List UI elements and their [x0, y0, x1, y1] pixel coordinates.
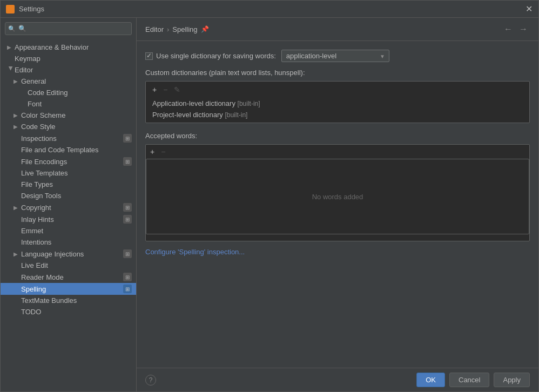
dict-item-tag: [built-in] [238, 100, 260, 107]
sidebar-item-label: Code Style [21, 123, 132, 131]
sidebar-item-label: Language Injections [21, 250, 84, 258]
app-icon [6, 5, 15, 13]
accepted-words-section: + − No words added [145, 144, 530, 241]
sidebar-item-label: Emmet [21, 227, 132, 235]
nav-tree: ▶ Appearance & Behavior Keymap ▶ Editor … [1, 39, 136, 391]
arrow-icon [14, 298, 21, 303]
sidebar-item-editor[interactable]: ▶ Editor [1, 64, 136, 76]
panel-body: Use single dictionary for saving words: … [137, 41, 538, 368]
sidebar-item-file-code-templates[interactable]: File and Code Templates [1, 144, 136, 156]
arrow-icon: ▶ [14, 112, 21, 118]
arrow-icon: ▶ [7, 44, 15, 50]
back-button[interactable]: ← [502, 23, 515, 35]
breadcrumb-current: Spelling [172, 25, 197, 33]
arrow-icon [14, 136, 21, 141]
main-content: 🔍 ▶ Appearance & Behavior Keymap ▶ Edito… [1, 18, 538, 391]
sidebar-item-textmate-bundles[interactable]: TextMate Bundles [1, 295, 136, 306]
sidebar-item-label: Font [28, 100, 132, 108]
arrow-icon [14, 239, 21, 245]
sidebar-item-general[interactable]: ▶ General [1, 76, 136, 87]
sidebar-item-design-tools[interactable]: Design Tools [1, 190, 136, 201]
sidebar-item-live-templates[interactable]: Live Templates [1, 167, 136, 179]
sidebar-item-live-edit[interactable]: Live Edit [1, 260, 136, 271]
arrow-icon [14, 309, 21, 315]
sidebar-item-inspections[interactable]: Inspections ⊞ [1, 132, 136, 144]
sidebar-item-label: TODO [21, 308, 132, 316]
sidebar-item-color-scheme[interactable]: ▶ Color Scheme [1, 110, 136, 121]
sidebar-item-label: Inlay Hints [21, 215, 54, 224]
arrow-icon [14, 262, 21, 268]
help-button[interactable]: ? [145, 375, 156, 386]
no-words-text: No words added [312, 193, 363, 201]
badge-icon: ⊞ [123, 249, 132, 258]
configure-inspection-link[interactable]: Configure 'Spelling' inspection... [145, 248, 245, 256]
sidebar-item-label: Editor [15, 66, 132, 74]
words-toolbar: + − [146, 145, 529, 159]
sidebar-item-label: TextMate Bundles [21, 296, 132, 305]
sidebar-item-label: Copyright [21, 204, 51, 212]
sidebar-item-label: Appearance & Behavior [15, 43, 132, 51]
sidebar-item-font[interactable]: Font [1, 98, 136, 110]
sidebar-item-copyright[interactable]: ▶ Copyright ⊞ [1, 201, 136, 213]
badge-icon: ⊞ [123, 215, 132, 224]
forward-button[interactable]: → [517, 23, 530, 35]
dictionary-dropdown-wrapper: application-level project-level ▼ [281, 50, 389, 62]
arrow-icon: ▶ [8, 66, 14, 74]
apply-button[interactable]: Apply [494, 373, 530, 387]
use-single-dict-label: Use single dictionary for saving words: [156, 52, 276, 60]
close-button[interactable]: ✕ [524, 5, 533, 13]
arrow-icon: ▶ [14, 251, 21, 257]
sidebar-item-file-types[interactable]: File Types [1, 179, 136, 190]
sidebar-item-file-encodings[interactable]: File Encodings ⊞ [1, 156, 136, 167]
sidebar-item-intentions[interactable]: Intentions [1, 236, 136, 248]
dictionary-dropdown[interactable]: application-level project-level [281, 50, 389, 62]
cancel-button[interactable]: Cancel [449, 373, 489, 387]
sidebar-item-todo[interactable]: TODO [1, 306, 136, 317]
arrow-icon [20, 90, 28, 96]
badge-icon: ⊞ [123, 157, 132, 166]
arrow-icon [14, 170, 21, 176]
add-word-button[interactable]: + [148, 147, 157, 157]
sidebar-item-label: Keymap [15, 55, 132, 63]
arrow-icon: ▶ [14, 124, 21, 130]
sidebar-item-code-editing[interactable]: Code Editing [1, 87, 136, 98]
sidebar-item-inlay-hints[interactable]: Inlay Hints ⊞ [1, 213, 136, 225]
sidebar-item-language-injections[interactable]: ▶ Language Injections ⊞ [1, 248, 136, 260]
accepted-words-label: Accepted words: [145, 132, 530, 140]
arrow-icon [7, 56, 15, 62]
dict-item-name: Application-level dictionary [152, 99, 235, 107]
arrow-icon [14, 286, 21, 292]
bottom-bar: ? OK Cancel Apply [137, 368, 538, 391]
words-box: No words added [146, 159, 529, 234]
sidebar-item-spelling[interactable]: Spelling ⊞ [1, 283, 136, 295]
custom-dict-box: + − ✎ Application-level dictionary [buil… [145, 81, 530, 123]
sidebar-item-keymap[interactable]: Keymap [1, 53, 136, 64]
sidebar-item-reader-mode[interactable]: Reader Mode ⊞ [1, 271, 136, 283]
sidebar-item-code-style[interactable]: ▶ Code Style [1, 121, 136, 132]
dict-item-name: Project-level dictionary [152, 111, 223, 119]
search-input[interactable] [5, 22, 132, 35]
dict-item-application: Application-level dictionary [built-in] [148, 98, 527, 109]
badge-icon: ⊞ [123, 203, 132, 212]
arrow-icon: ▶ [14, 205, 21, 211]
use-single-dict-checkbox[interactable] [145, 52, 153, 60]
remove-word-button[interactable]: − [159, 147, 167, 157]
ok-button[interactable]: OK [416, 373, 445, 387]
breadcrumb-parent: Editor [145, 25, 164, 33]
arrow-icon [14, 217, 21, 222]
pin-icon: 📌 [201, 25, 209, 33]
window-title: Settings [19, 5, 524, 13]
sidebar: 🔍 ▶ Appearance & Behavior Keymap ▶ Edito… [1, 18, 137, 391]
sidebar-item-appearance[interactable]: ▶ Appearance & Behavior [1, 42, 136, 53]
breadcrumb-separator: › [167, 25, 169, 33]
sidebar-item-label: Color Scheme [21, 111, 132, 119]
edit-dict-button[interactable]: ✎ [172, 85, 183, 94]
search-icon: 🔍 [8, 25, 16, 32]
remove-dict-button[interactable]: − [161, 85, 170, 94]
sidebar-item-label: Live Templates [21, 169, 132, 177]
add-dict-button[interactable]: + [150, 85, 159, 94]
sidebar-item-label: File and Code Templates [21, 146, 132, 154]
sidebar-item-emmet[interactable]: Emmet [1, 225, 136, 236]
sidebar-item-label: Live Edit [21, 261, 132, 269]
arrow-icon [14, 181, 21, 187]
